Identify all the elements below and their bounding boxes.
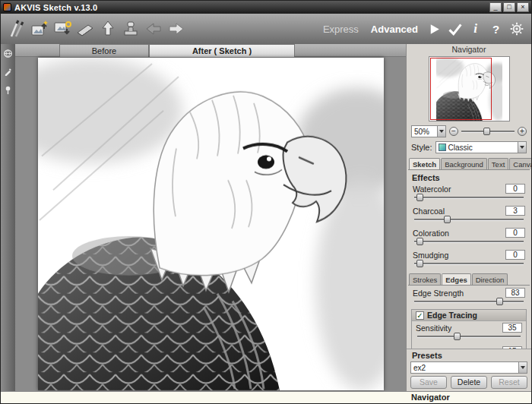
eyedropper-button[interactable] (2, 66, 14, 77)
tab-text[interactable]: Text (488, 158, 508, 169)
arrow-right-icon (166, 19, 186, 39)
style-select[interactable]: Classic (435, 141, 527, 153)
navigator-view-frame[interactable] (430, 58, 492, 120)
style-row: Style: Classic (407, 140, 531, 156)
edge-tracing-checkbox[interactable]: ✓ (416, 311, 424, 320)
run-button[interactable] (424, 17, 445, 40)
param-row-coloration: Coloration 0 (407, 227, 531, 238)
preset-select[interactable]: ex2 (410, 361, 527, 374)
param-row-smudging: Smudging 0 (407, 249, 531, 260)
save-preset-button[interactable]: Save (410, 376, 447, 389)
zoom-dropdown-arrow-icon[interactable] (437, 126, 445, 137)
tab-direction[interactable]: Direction (472, 273, 508, 285)
upload-button[interactable] (97, 17, 119, 41)
undo-button[interactable] (142, 17, 165, 41)
tab-background[interactable]: Background (441, 158, 487, 169)
sensitivity-slider-track[interactable] (417, 336, 521, 338)
style-label: Style: (411, 143, 432, 152)
share-panel-button[interactable] (2, 48, 14, 59)
edge-strength-slider-track[interactable] (414, 301, 524, 303)
close-button[interactable]: × (517, 2, 529, 12)
edge-tracing-label: Edge Tracing (427, 311, 477, 320)
delete-preset-button[interactable]: Delete (451, 376, 487, 389)
mode-advanced[interactable]: Advanced (371, 24, 418, 35)
eagle-sketch-image (38, 58, 384, 390)
effects-title: Effects (407, 172, 531, 183)
maximize-button[interactable]: □ (503, 2, 515, 12)
watercolor-slider-thumb[interactable] (416, 194, 423, 201)
param-row-edge-strength: Edge Strength 83 (407, 287, 531, 298)
smudging-slider[interactable] (414, 260, 524, 268)
smudging-slider-thumb[interactable] (416, 260, 423, 267)
preset-dropdown-arrow-icon[interactable] (518, 362, 527, 373)
style-value: Classic (446, 144, 518, 152)
open-image-icon (30, 19, 49, 39)
mode-express[interactable]: Express (323, 24, 359, 35)
coloration-slider[interactable] (414, 238, 524, 246)
stamp-icon (121, 19, 141, 39)
brushes-icon (7, 19, 27, 39)
preferences-button[interactable] (506, 17, 527, 40)
apply-button[interactable] (445, 17, 465, 40)
settings-panel: Navigator 50% − + Style: Classic (406, 44, 531, 391)
gear-icon (509, 21, 524, 36)
tab-canvas[interactable]: Canvas (509, 158, 532, 169)
sensitivity-label: Sensitivity (416, 324, 451, 333)
view-tab-bar: Before After ( Sketch ) (15, 44, 406, 57)
redo-button[interactable] (165, 17, 188, 41)
app-logo-icon (3, 3, 11, 11)
charcoal-slider[interactable] (414, 216, 524, 224)
info-button[interactable]: i (465, 17, 486, 40)
main-toolbar: Express Advanced i ? (1, 14, 531, 44)
zoom-value: 50% (412, 128, 437, 136)
preset-buttons: Save Delete Reset (407, 376, 531, 389)
navigator-title: Navigator (407, 44, 531, 55)
print-button[interactable] (74, 17, 97, 41)
help-button[interactable]: ? (486, 17, 506, 40)
coloration-value-field[interactable]: 0 (505, 228, 525, 238)
minimize-button[interactable]: _ (489, 2, 502, 12)
tab-divider (408, 169, 530, 170)
reset-preset-button[interactable]: Reset (491, 376, 527, 389)
param-row-charcoal: Charcoal 3 (407, 205, 531, 216)
edge-strength-value-field[interactable]: 83 (505, 288, 525, 298)
style-swatch-icon (439, 144, 446, 151)
tab-before[interactable]: Before (59, 44, 149, 57)
sensitivity-slider-thumb[interactable] (454, 333, 461, 340)
watercolor-value-field[interactable]: 0 (505, 184, 525, 194)
charcoal-slider-track[interactable] (414, 219, 524, 221)
charcoal-slider-thumb[interactable] (444, 216, 451, 223)
tab-edges[interactable]: Edges (442, 273, 471, 285)
edge-strength-slider[interactable] (414, 298, 524, 306)
brushes-tool-icon[interactable] (5, 17, 28, 41)
coloration-slider-track[interactable] (414, 241, 524, 243)
edge-tracing-header: ✓ Edge Tracing (412, 310, 526, 321)
smudging-value-field[interactable]: 0 (505, 250, 525, 260)
result-image[interactable] (38, 58, 384, 390)
open-image-button[interactable] (28, 17, 51, 41)
tab-after-sketch[interactable]: After ( Sketch ) (149, 44, 295, 57)
zoom-select[interactable]: 50% (411, 125, 446, 137)
share-button[interactable] (119, 17, 142, 41)
sensitivity-slider[interactable] (417, 333, 521, 341)
save-image-button[interactable] (51, 17, 74, 41)
presets-section: Presets ex2 Save Delete Reset (407, 349, 531, 391)
tab-strokes[interactable]: Strokes (409, 273, 441, 285)
zoom-slider[interactable] (461, 128, 515, 136)
style-dropdown-arrow-icon[interactable] (518, 142, 526, 153)
app-window: AKVIS Sketch v.13.0 _ □ × (0, 0, 532, 404)
smudging-slider-track[interactable] (414, 263, 524, 265)
upload-arrow-icon (98, 19, 118, 39)
zoom-slider-thumb[interactable] (483, 128, 490, 135)
watercolor-slider[interactable] (414, 194, 524, 202)
zoom-out-button[interactable]: − (449, 127, 458, 136)
zoom-in-button[interactable]: + (518, 127, 527, 136)
charcoal-value-field[interactable]: 3 (505, 206, 525, 216)
watercolor-slider-track[interactable] (414, 197, 524, 199)
tab-sketch[interactable]: Sketch (409, 158, 440, 169)
edge-strength-slider-thumb[interactable] (496, 298, 503, 305)
pin-panel-button[interactable] (2, 84, 14, 96)
sensitivity-value-field[interactable]: 35 (502, 323, 522, 333)
coloration-slider-thumb[interactable] (416, 238, 423, 245)
navigator-thumbnail[interactable] (429, 56, 510, 122)
